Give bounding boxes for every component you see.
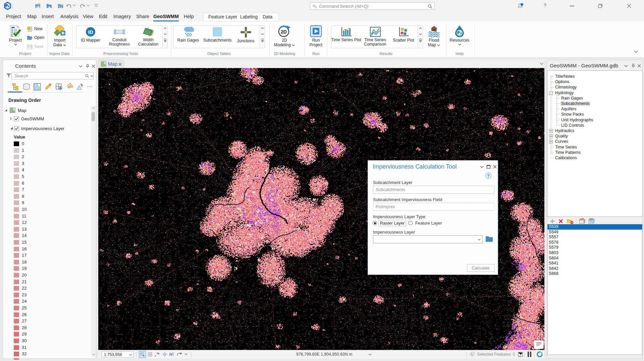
svg-text:ID: ID [88,29,93,35]
svg-text:N: N [169,352,172,356]
svg-text:2D: 2D [281,29,287,35]
